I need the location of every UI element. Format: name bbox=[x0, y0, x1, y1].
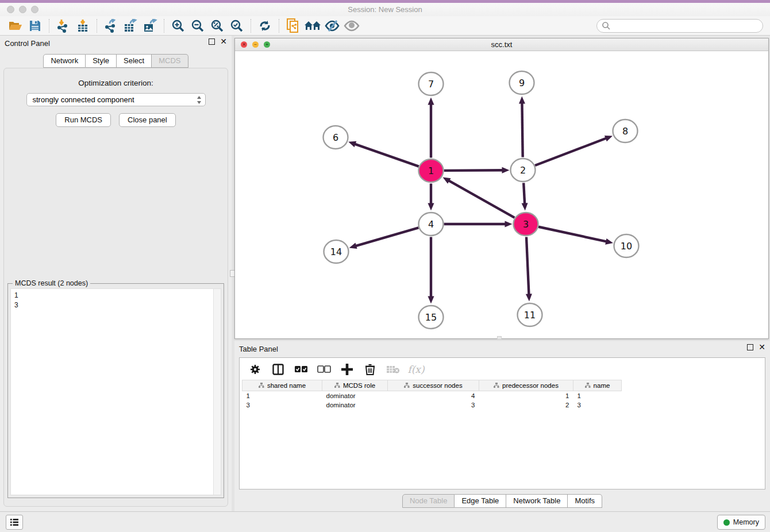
graph-node-label: 2 bbox=[520, 165, 526, 176]
main-toolbar bbox=[0, 16, 770, 36]
network-graph[interactable]: 7968124314101511 bbox=[235, 51, 768, 338]
criterion-label: Optimization criterion: bbox=[4, 79, 228, 87]
edge-1-2[interactable] bbox=[444, 170, 503, 171]
edge-1-6[interactable] bbox=[355, 144, 419, 166]
edge-3-10[interactable] bbox=[538, 227, 607, 242]
mcds-result-box: MCDS result (2 nodes) 1 3 bbox=[7, 283, 224, 498]
search-icon bbox=[602, 21, 611, 30]
column-header-predecessor-nodes[interactable]: predecessor nodes bbox=[479, 380, 573, 391]
float-panel-icon[interactable] bbox=[209, 38, 215, 45]
control-panel-tabs: NetworkStyleSelectMCDS bbox=[0, 54, 232, 68]
tab-select[interactable]: Select bbox=[117, 54, 152, 68]
delete-table-icon bbox=[386, 363, 401, 376]
edge-2-3[interactable] bbox=[523, 183, 525, 204]
close-table-panel-icon[interactable]: ✕ bbox=[759, 344, 765, 350]
window-title: Session: New Session bbox=[0, 5, 770, 14]
deselect-all-icon[interactable] bbox=[317, 363, 332, 376]
select-chevrons-icon bbox=[197, 95, 202, 105]
graph-node-label: 4 bbox=[428, 219, 434, 230]
mcds-panel: Optimization criterion: strongly connect… bbox=[3, 68, 228, 507]
hide-graphics-icon[interactable] bbox=[322, 18, 342, 34]
search-input[interactable] bbox=[596, 19, 763, 33]
network-canvas[interactable]: 7968124314101511 bbox=[235, 51, 768, 338]
criterion-select[interactable]: strongly connected component bbox=[26, 93, 206, 106]
table-row[interactable]: 1dominator411 bbox=[242, 391, 622, 400]
memory-button[interactable]: Memory bbox=[717, 515, 765, 530]
edge-3-1[interactable] bbox=[448, 180, 514, 218]
tab-node-table[interactable]: Node Table bbox=[402, 494, 455, 508]
zoom-selected-icon[interactable] bbox=[227, 18, 247, 34]
titlebar: Session: New Session bbox=[0, 3, 770, 16]
edge-arrowhead bbox=[428, 296, 434, 304]
float-table-panel-icon[interactable] bbox=[747, 344, 753, 350]
tab-mcds[interactable]: MCDS bbox=[152, 54, 188, 68]
table-cell[interactable]: 3 bbox=[573, 400, 622, 410]
export-image-icon[interactable] bbox=[140, 18, 160, 34]
edge-arrowhead bbox=[349, 243, 357, 249]
table-cell[interactable]: dominator bbox=[322, 391, 388, 400]
edge-arrowhead bbox=[428, 98, 434, 105]
table-cell[interactable]: 4 bbox=[388, 391, 479, 400]
graph-node-label: 10 bbox=[621, 241, 632, 252]
table-cell[interactable]: 1 bbox=[242, 391, 322, 400]
edge-4-14[interactable] bbox=[355, 228, 418, 246]
import-network-icon[interactable] bbox=[53, 18, 73, 34]
table-row[interactable]: 3dominator323 bbox=[242, 400, 622, 410]
run-mcds-button[interactable]: Run MCDS bbox=[56, 113, 111, 127]
tab-network-table[interactable]: Network Table bbox=[506, 494, 568, 508]
graph-node-label: 15 bbox=[425, 312, 437, 323]
select-all-icon[interactable] bbox=[294, 363, 309, 376]
column-header-name[interactable]: name bbox=[573, 380, 622, 391]
tab-network[interactable]: Network bbox=[43, 54, 86, 68]
tab-style[interactable]: Style bbox=[86, 54, 117, 68]
table-cell[interactable]: dominator bbox=[322, 400, 388, 410]
task-history-button[interactable] bbox=[6, 515, 23, 530]
home-icon[interactable] bbox=[303, 18, 322, 34]
settings-gear-icon[interactable] bbox=[248, 363, 263, 376]
graph-node-label: 6 bbox=[333, 132, 338, 143]
mcds-result-text[interactable]: 1 3 bbox=[11, 289, 213, 495]
edge-2-9[interactable] bbox=[522, 102, 522, 157]
zoom-in-icon[interactable] bbox=[168, 18, 188, 34]
edge-arrowhead bbox=[348, 141, 356, 147]
toolbar-separator bbox=[49, 19, 49, 33]
column-layout-icon[interactable] bbox=[271, 363, 286, 376]
close-panel-icon[interactable]: ✕ bbox=[220, 38, 227, 45]
list-icon bbox=[10, 518, 19, 526]
edge-3-11[interactable] bbox=[526, 237, 529, 295]
close-panel-button[interactable]: Close panel bbox=[119, 113, 176, 127]
edge-2-8[interactable] bbox=[535, 138, 607, 165]
tab-motifs[interactable]: Motifs bbox=[568, 494, 602, 508]
table-cell[interactable]: 1 bbox=[573, 391, 622, 400]
graph-node-label: 11 bbox=[524, 310, 536, 321]
network-window-titlebar[interactable]: ✕ − + scc.txt bbox=[235, 38, 768, 51]
add-column-icon[interactable] bbox=[340, 363, 355, 376]
table-cell[interactable]: 3 bbox=[242, 400, 322, 410]
column-header-MCDS-role[interactable]: MCDS role bbox=[322, 380, 388, 391]
network-resize-grip[interactable] bbox=[497, 336, 502, 340]
export-network-icon[interactable] bbox=[101, 18, 121, 34]
show-graphics-icon[interactable] bbox=[342, 18, 361, 34]
result-scrollbar[interactable] bbox=[213, 289, 221, 495]
edge-arrowhead bbox=[526, 294, 532, 301]
save-session-icon[interactable] bbox=[25, 18, 45, 34]
duplicate-network-icon[interactable] bbox=[283, 18, 303, 34]
table-cell[interactable]: 2 bbox=[479, 400, 573, 410]
column-header-successor-nodes[interactable]: successor nodes bbox=[388, 380, 479, 391]
tab-edge-table[interactable]: Edge Table bbox=[455, 494, 506, 508]
zoom-fit-icon[interactable] bbox=[207, 18, 227, 34]
open-session-icon[interactable] bbox=[6, 18, 25, 34]
node-table[interactable]: shared nameMCDS rolesuccessor nodesprede… bbox=[242, 380, 622, 410]
edge-arrowhead bbox=[428, 203, 434, 211]
delete-column-icon[interactable] bbox=[363, 363, 378, 376]
column-type-icon bbox=[259, 383, 264, 388]
export-table-icon[interactable] bbox=[121, 18, 140, 34]
statusbar: Memory bbox=[0, 511, 770, 532]
import-table-icon[interactable] bbox=[73, 18, 93, 34]
refresh-icon[interactable] bbox=[255, 18, 275, 34]
table-cell[interactable]: 3 bbox=[388, 400, 479, 410]
zoom-out-icon[interactable] bbox=[188, 18, 207, 34]
column-header-shared-name[interactable]: shared name bbox=[242, 380, 322, 391]
control-panel: Control Panel ✕ NetworkStyleSelectMCDS O… bbox=[0, 36, 232, 511]
table-cell[interactable]: 1 bbox=[479, 391, 573, 400]
